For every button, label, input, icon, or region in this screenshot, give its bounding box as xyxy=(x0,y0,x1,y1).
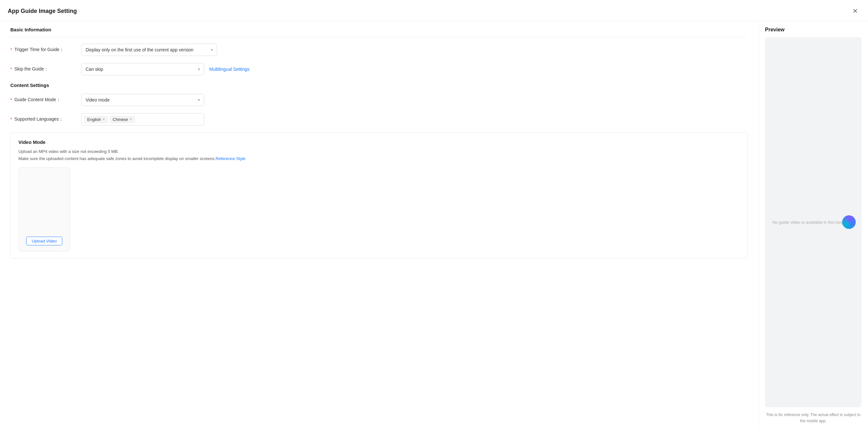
skip-guide-select[interactable]: Can skip ▾ xyxy=(82,63,204,75)
language-tag-english-remove[interactable]: × xyxy=(103,117,105,121)
preview-panel: Preview No guide video is available in t… xyxy=(758,21,868,430)
reference-style-link[interactable]: Reference Style xyxy=(216,156,246,161)
trigger-time-control-wrapper: Display only on the first use of the cur… xyxy=(82,44,217,56)
upload-video-button[interactable]: Upload Video xyxy=(26,237,62,246)
guide-content-mode-select[interactable]: Video mode ▾ xyxy=(82,94,204,106)
video-mode-card-title: Video Mode xyxy=(19,139,740,145)
required-star: * xyxy=(10,47,12,52)
video-mode-desc-line2-text: Make sure the uploaded content has adequ… xyxy=(19,156,216,161)
close-button[interactable]: ✕ xyxy=(850,6,860,16)
language-tag-english: English × xyxy=(84,116,108,123)
modal-container: App Guide Image Setting ✕ Basic Informat… xyxy=(0,0,868,430)
required-star-4: * xyxy=(10,117,12,122)
trigger-time-value: Display only on the first use of the cur… xyxy=(86,47,193,52)
preview-note-text: This is for reference only. The actual e… xyxy=(766,412,860,423)
skip-guide-label: * Skip the Guide： xyxy=(10,66,82,72)
supported-languages-label: * Supported Languages： xyxy=(10,116,82,122)
content-settings-title: Content Settings xyxy=(10,82,748,88)
preview-phone: No guide video is available in this lang… xyxy=(765,37,862,407)
guide-content-mode-control-wrapper: Video mode ▾ xyxy=(82,94,204,106)
required-star-3: * xyxy=(10,97,12,103)
video-mode-desc-line2: Make sure the uploaded content has adequ… xyxy=(19,155,740,162)
skip-guide-control-wrapper: Can skip ▾ Multilingual Settings xyxy=(82,63,250,75)
skip-guide-value: Can skip xyxy=(86,66,103,72)
supported-languages-row: * Supported Languages： English × Chinese… xyxy=(10,113,748,125)
trigger-time-label: * Trigger Time for Guide： xyxy=(10,47,82,53)
video-mode-desc: Upload an MP4 video with a size not exce… xyxy=(19,148,740,162)
guide-content-mode-label: * Guide Content Mode： xyxy=(10,97,82,103)
multilingual-settings-link[interactable]: Multilingual Settings xyxy=(209,66,250,72)
guide-content-mode-value: Video mode xyxy=(86,97,110,103)
supported-languages-control-wrapper: English × Chinese × xyxy=(82,113,204,125)
language-tag-chinese-label: Chinese xyxy=(113,117,128,122)
preview-note: This is for reference only. The actual e… xyxy=(765,412,862,424)
upload-area[interactable]: Upload Video xyxy=(19,168,70,252)
required-star-2: * xyxy=(10,66,12,72)
chevron-down-icon: ▾ xyxy=(211,48,213,52)
language-tag-chinese: Chinese × xyxy=(110,116,135,123)
guide-content-mode-row: * Guide Content Mode： Video mode ▾ xyxy=(10,94,748,106)
modal-body: Basic Information * Trigger Time for Gui… xyxy=(0,21,868,430)
video-mode-card: Video Mode Upload an MP4 video with a si… xyxy=(10,133,748,258)
skip-guide-row: * Skip the Guide： Can skip ▾ Multilingua… xyxy=(10,63,748,75)
chevron-down-icon-3: ▾ xyxy=(198,98,200,102)
supported-languages-tag-input[interactable]: English × Chinese × xyxy=(82,113,204,125)
section-divider xyxy=(10,37,748,37)
main-content: Basic Information * Trigger Time for Gui… xyxy=(0,21,758,430)
preview-logo-icon xyxy=(842,215,856,229)
chevron-down-icon-2: ▾ xyxy=(198,67,200,71)
video-mode-desc-line1: Upload an MP4 video with a size not exce… xyxy=(19,148,740,155)
trigger-time-row: * Trigger Time for Guide： Display only o… xyxy=(10,44,748,56)
preview-title: Preview xyxy=(765,27,862,33)
modal-header: App Guide Image Setting ✕ xyxy=(0,0,868,21)
language-tag-chinese-remove[interactable]: × xyxy=(129,117,132,121)
language-tag-english-label: English xyxy=(87,117,101,122)
modal-title: App Guide Image Setting xyxy=(8,8,77,15)
basic-info-section-label: Basic Information xyxy=(10,21,748,37)
trigger-time-select[interactable]: Display only on the first use of the cur… xyxy=(82,44,217,56)
